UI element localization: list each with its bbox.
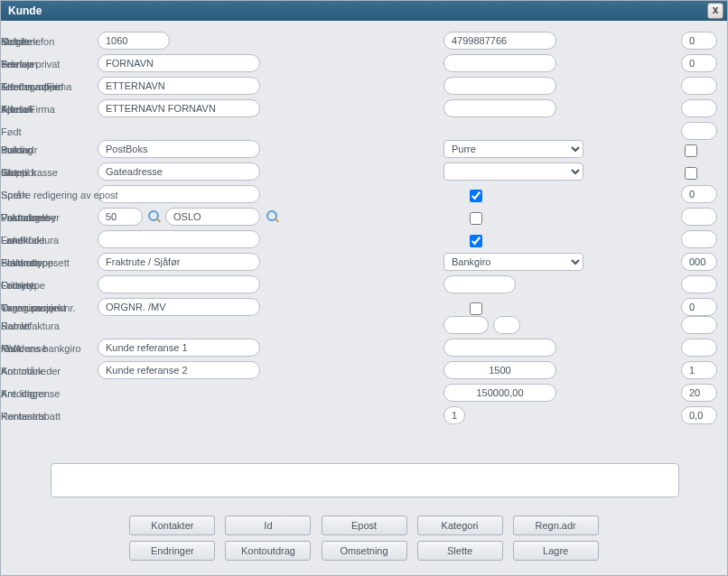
- mva-label: MVA: [1, 343, 87, 354]
- kontantrabatt-field[interactable]: [681, 406, 717, 424]
- search-icon[interactable]: [147, 209, 162, 224]
- landkode-label: Landkode: [1, 235, 87, 246]
- inaktiv-label: Inaktiv: [1, 144, 87, 155]
- lagre-button[interactable]: Lagre: [513, 541, 599, 561]
- kontakter-button[interactable]: Kontakter: [129, 516, 215, 535]
- kundegruppe-label: Kundegruppe: [1, 81, 87, 92]
- notes-box[interactable]: [51, 463, 679, 497]
- tlfpriv-field[interactable]: [443, 54, 556, 72]
- bransje-label: Bransje: [1, 59, 87, 70]
- stopp-select[interactable]: [443, 163, 583, 181]
- search-icon[interactable]: [266, 209, 280, 224]
- endringer-button[interactable]: Endringer: [129, 541, 215, 561]
- mva-field[interactable]: [681, 339, 717, 357]
- varenummer-label: Varenummer: [1, 302, 87, 313]
- kontoutdrag-button[interactable]: Kontoutdrag: [225, 541, 311, 561]
- selger-field[interactable]: [681, 32, 717, 50]
- slette-button[interactable]: Slette: [417, 541, 503, 561]
- ikketilkasse-checkbox[interactable]: [685, 167, 697, 180]
- mobil-field[interactable]: [443, 32, 556, 50]
- fornyes-label: Fornyes: [1, 280, 87, 291]
- bransje-field[interactable]: [681, 54, 717, 72]
- purring-select[interactable]: Purre: [443, 140, 583, 158]
- kredittgrense-field[interactable]: [443, 384, 556, 402]
- ikketilkasse-label: Ikke til kasse: [1, 167, 87, 178]
- kjonn-label: Kjønn/Firma: [1, 104, 87, 115]
- blankett-label: Blankettoppsett: [1, 257, 87, 268]
- poststed-field[interactable]: [165, 208, 260, 226]
- telefax-field[interactable]: [443, 99, 556, 117]
- kundegruppe-field[interactable]: [681, 77, 717, 95]
- kontobok-field[interactable]: [443, 361, 556, 379]
- ordretype-field[interactable]: [443, 275, 516, 293]
- customer-window: Kunde x Kundenr. Fornavn Etternavn/Firma…: [0, 0, 728, 576]
- valutakode-label: Valutakode: [1, 212, 87, 223]
- valutakode-field[interactable]: [681, 208, 717, 226]
- sprak-field[interactable]: [681, 185, 717, 203]
- kjonn-field[interactable]: [681, 99, 717, 117]
- enkeltfaktura-checkbox[interactable]: [470, 235, 482, 247]
- fodt-label: Født: [1, 126, 87, 137]
- rabatt-field[interactable]: [681, 316, 717, 334]
- close-button[interactable]: x: [707, 3, 723, 19]
- rentesats-field[interactable]: [443, 406, 465, 424]
- landkode-field[interactable]: [681, 230, 717, 248]
- epost-button[interactable]: Epost: [322, 516, 407, 535]
- antdager-field[interactable]: [681, 384, 717, 402]
- titlebar: Kunde x: [1, 1, 727, 21]
- fornyes-field[interactable]: [681, 275, 717, 293]
- kategori-button[interactable]: Kategori: [417, 516, 503, 535]
- antmnd-field[interactable]: [681, 361, 717, 379]
- samlefaktura2-field[interactable]: [493, 316, 520, 334]
- id-button[interactable]: Id: [225, 516, 311, 535]
- regnadr-button[interactable]: Regn.adr: [513, 516, 599, 535]
- tvangprosjekt-checkbox[interactable]: [470, 302, 482, 315]
- sperreepost-checkbox[interactable]: [470, 190, 482, 202]
- sprak-label: Språk: [1, 190, 87, 200]
- kontantrabatt-label: Kontantrabatt: [1, 411, 87, 422]
- kundensbankgiro-field[interactable]: [443, 339, 556, 357]
- samlefaktura1-field[interactable]: [443, 316, 489, 334]
- fodt-field[interactable]: [681, 122, 717, 140]
- rabatt-label: Rabatt: [1, 321, 87, 331]
- antmnd-label: Ant. måneder: [1, 366, 87, 376]
- varenummer-field[interactable]: [681, 298, 717, 316]
- fakturatype-select[interactable]: Bankgiro: [443, 253, 583, 271]
- selger-label: Selger: [1, 36, 87, 47]
- tlfarb-field[interactable]: [443, 77, 556, 95]
- antdager-label: Ant. dager: [1, 388, 87, 399]
- fakturagebyr-checkbox[interactable]: [470, 212, 482, 225]
- omsetning-button[interactable]: Omsetning: [322, 541, 407, 561]
- blankett-field[interactable]: [681, 253, 717, 271]
- window-title: Kunde: [8, 5, 42, 17]
- form-body: Kundenr. Fornavn Etternavn/Firma Alfasøk…: [1, 21, 727, 575]
- inaktiv-checkbox[interactable]: [685, 144, 697, 157]
